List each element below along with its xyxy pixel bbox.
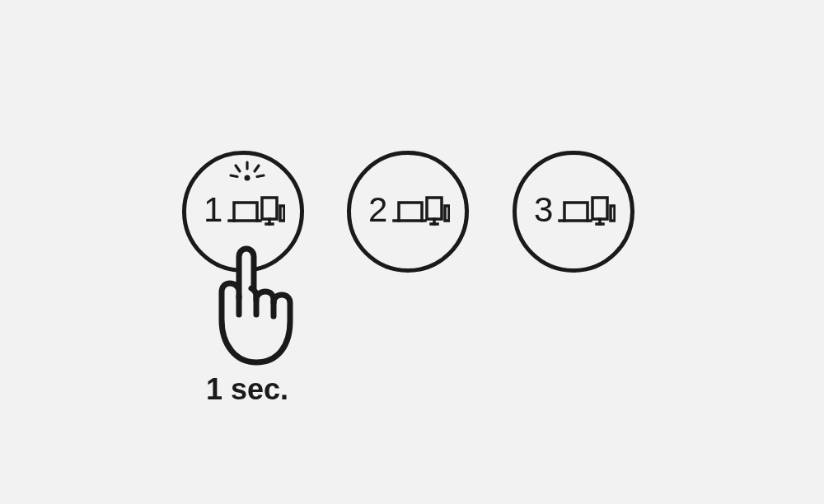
devices-icon <box>391 196 450 229</box>
devices-icon <box>226 196 285 229</box>
svg-line-3 <box>236 166 240 171</box>
svg-rect-11 <box>611 206 615 221</box>
svg-rect-0 <box>262 198 277 219</box>
svg-rect-9 <box>445 206 449 221</box>
svg-line-4 <box>255 166 259 171</box>
channel-button-2-label: 2 <box>368 193 387 227</box>
svg-line-6 <box>257 175 264 177</box>
press-hand-icon <box>205 240 304 368</box>
svg-rect-8 <box>427 198 442 219</box>
svg-rect-10 <box>592 198 607 219</box>
svg-line-5 <box>231 175 237 177</box>
instruction-diagram: 1 <box>0 0 824 504</box>
devices-icon <box>556 196 616 229</box>
svg-point-7 <box>245 175 250 181</box>
press-duration-label: 1 sec. <box>206 372 288 407</box>
flash-indicator-icon <box>229 161 265 185</box>
channel-button-1-label: 1 <box>204 193 222 227</box>
channel-button-3-label: 3 <box>534 193 553 227</box>
svg-rect-1 <box>280 206 284 221</box>
